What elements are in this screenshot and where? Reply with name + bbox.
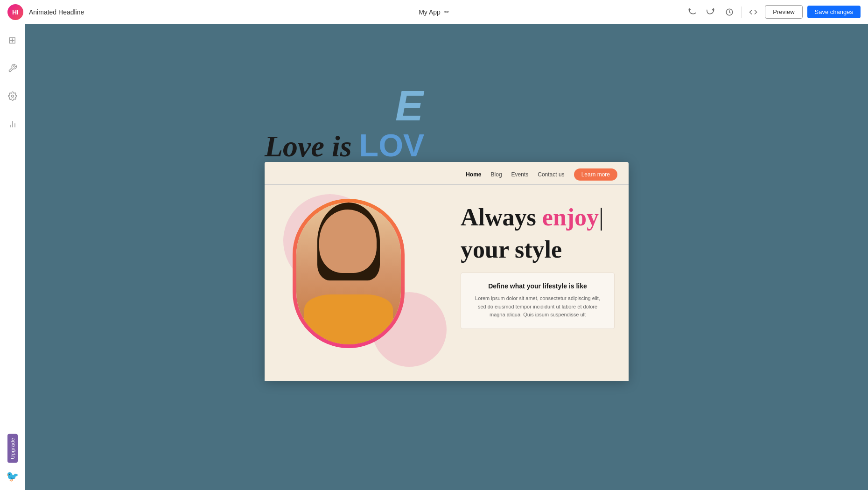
separator — [741, 7, 742, 18]
sidebar: ⊞ Upgrade 🐦 — [0, 24, 25, 490]
canvas-area: Love is LOV E Home Blog Events Contact u… — [25, 24, 868, 490]
preview-right: Always enjoy| your style Define what you… — [451, 185, 629, 381]
preview-card: Love is LOV E Home Blog Events Contact u… — [265, 162, 629, 381]
preview-left — [265, 185, 451, 381]
headline-cursor: | — [599, 204, 603, 231]
save-button[interactable]: Save changes — [807, 6, 861, 18]
topbar: HI Animated Headline My App ✏ Preview Sa… — [0, 0, 868, 24]
headline-love-v: V — [403, 127, 424, 163]
headline-love-o: O — [378, 127, 403, 163]
undo-button[interactable] — [685, 6, 699, 18]
headline-love-is: Love is — [265, 130, 359, 163]
nav-contact[interactable]: Contact us — [538, 171, 564, 178]
history-button[interactable] — [722, 6, 736, 18]
sidebar-item-grid[interactable]: ⊞ — [4, 32, 21, 49]
sidebar-item-settings[interactable] — [4, 88, 21, 105]
topbar-right: Preview Save changes — [685, 5, 861, 19]
person-head — [319, 210, 377, 273]
animated-headline: Love is LOV E — [265, 129, 424, 161]
headline-enjoy-text: enjoy — [542, 204, 599, 231]
svg-point-1 — [11, 95, 14, 98]
nav-events[interactable]: Events — [511, 171, 529, 178]
main-layout: ⊞ Upgrade 🐦 Love is LOV E Home — [0, 24, 868, 490]
preview-button[interactable]: Preview — [765, 5, 802, 19]
app-title: Animated Headline — [29, 8, 84, 16]
code-button[interactable] — [746, 6, 760, 18]
person-sweater — [304, 294, 393, 344]
desc-text: Lorem ipsum dolor sit amet, consectetur … — [470, 294, 605, 319]
nav-home[interactable]: Home — [466, 171, 481, 178]
learn-more-button[interactable]: Learn more — [574, 168, 617, 181]
app-name-label: My App — [419, 8, 441, 16]
upgrade-button[interactable]: Upgrade — [7, 434, 18, 463]
headline-style: your style — [461, 236, 615, 263]
person-image — [296, 203, 401, 344]
headline-always-text: Always enjoy| — [461, 204, 604, 231]
headline-love-blue: L — [359, 127, 379, 163]
sidebar-item-tools[interactable] — [4, 60, 21, 77]
sidebar-item-analytics[interactable] — [4, 116, 21, 133]
description-box: Define what your lifestyle is like Lorem… — [461, 273, 615, 329]
app-logo: HI — [7, 4, 23, 20]
bird-icon: 🐦 — [6, 470, 19, 483]
preview-content: Always enjoy| your style Define what you… — [265, 185, 629, 381]
nav-blog[interactable]: Blog — [491, 171, 502, 178]
person-frame — [293, 199, 405, 348]
edit-app-name-icon[interactable]: ✏ — [444, 8, 449, 15]
preview-nav: Home Blog Events Contact us Learn more — [265, 162, 629, 185]
topbar-center: My App ✏ — [419, 8, 449, 16]
headline-love-e: E — [395, 85, 423, 127]
headline-always: Always enjoy| — [461, 203, 615, 231]
redo-button[interactable] — [704, 6, 718, 18]
sidebar-bottom: Upgrade 🐦 — [6, 434, 19, 483]
desc-title: Define what your lifestyle is like — [470, 282, 605, 290]
